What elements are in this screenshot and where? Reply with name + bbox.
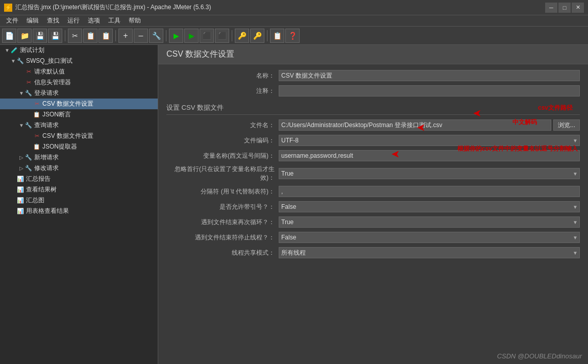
allowquote-select[interactable]: False True xyxy=(279,201,580,212)
toolbar-stop[interactable]: ⬛ xyxy=(200,29,214,43)
menu-file[interactable]: 文件 xyxy=(2,15,22,26)
toolbar-new[interactable]: 📄 xyxy=(2,29,16,43)
toolbar-save-all[interactable]: 💾 xyxy=(48,29,62,43)
tree-label-add-request: 新增请求 xyxy=(34,153,59,162)
varnames-row: 变量名称(西文逗号间隔)： xyxy=(166,150,580,162)
encoding-select[interactable]: UTF-8 UTF-16 ISO-8859-1 GBK xyxy=(279,135,580,146)
toolbar-paste[interactable]: 📋 xyxy=(99,29,113,43)
menu-search[interactable]: 查找 xyxy=(43,15,63,26)
toolbar-add[interactable]: + xyxy=(118,29,133,43)
toolbar-run[interactable]: ▶ xyxy=(169,29,183,43)
comment-label: 注释： xyxy=(166,87,279,95)
toolbar-key1[interactable]: 🔑 xyxy=(235,29,249,43)
toolbar-copy[interactable]: 📋 xyxy=(83,29,97,43)
close-button[interactable]: ✕ xyxy=(572,3,584,13)
encoding-select-wrapper: UTF-8 UTF-16 ISO-8859-1 GBK ▼ xyxy=(279,135,580,146)
skipfirst-select-wrapper: True False ▼ xyxy=(279,168,580,179)
swsq-icon: 🔧 xyxy=(16,58,24,65)
toggle-swsq[interactable]: ▼ xyxy=(10,58,16,64)
toolbar-stop-now[interactable]: ⬛ xyxy=(215,29,229,43)
toolbar-sep3 xyxy=(166,30,166,41)
toolbar-settings[interactable]: 🔧 xyxy=(149,29,163,43)
toolbar-key2[interactable]: 🔑 xyxy=(250,29,264,43)
toolbar-help[interactable]: ❓ xyxy=(285,29,300,43)
toolbar-save[interactable]: 💾 xyxy=(33,29,47,43)
sharemode-select[interactable]: 所有线程 当前线程组 当前线程 xyxy=(279,247,580,258)
tree-item-json-extractor[interactable]: 📋 JSON提取器 xyxy=(0,141,158,152)
tree-label-query: 查询请求 xyxy=(34,121,59,130)
name-input[interactable] xyxy=(279,70,580,81)
tree-label-csv: CSV 数据文件设置 xyxy=(42,100,93,108)
tree-label-edit-request: 修改请求 xyxy=(34,164,59,173)
tree-label-json-assert: JSON断言 xyxy=(42,110,71,119)
sidebar: ▼ 🧪 测试计划 ▼ 🔧 SWSQ_接口测试 ✂ 请求默认值 ✂ 信息头管理器 … xyxy=(0,45,158,364)
view-result-icon: 📊 xyxy=(16,186,24,193)
tree-item-view-result[interactable]: 📊 查看结果树 xyxy=(0,184,158,195)
skipfirst-select[interactable]: True False xyxy=(279,168,580,179)
csv2-icon: ✂ xyxy=(33,133,41,140)
toggle-query[interactable]: ▼ xyxy=(18,123,24,128)
toolbar-sep2 xyxy=(115,30,116,41)
maximize-button[interactable]: □ xyxy=(558,3,571,13)
tree-item-summary[interactable]: 📊 汇总报告 xyxy=(0,174,158,184)
query-icon: 🔧 xyxy=(24,122,33,129)
stopthread-select[interactable]: False True xyxy=(279,232,580,243)
tree-item-add-request[interactable]: ▷ 🔧 新增请求 xyxy=(0,152,158,163)
tree-item-json-assert[interactable]: 📋 JSON断言 xyxy=(0,109,158,120)
toolbar-remove[interactable]: – xyxy=(134,29,148,43)
tree-item-table-result[interactable]: 📊 用表格查看结果 xyxy=(0,206,158,216)
menu-options[interactable]: 选项 xyxy=(84,15,104,26)
tree-item-test-plan[interactable]: ▼ 🧪 测试计划 xyxy=(0,45,158,56)
delimiter-input[interactable] xyxy=(279,186,580,197)
add-request-icon: 🔧 xyxy=(24,154,33,161)
recycle-select[interactable]: True False xyxy=(279,216,580,228)
allowquote-label: 是否允许带引号？： xyxy=(166,203,279,211)
tree-item-header[interactable]: ✂ 信息头管理器 xyxy=(0,77,158,88)
varnames-input[interactable] xyxy=(279,150,580,161)
tree-item-chart[interactable]: 📊 汇总图 xyxy=(0,195,158,206)
toolbar-sep1 xyxy=(65,30,65,41)
panel-header: CSV 数据文件设置 xyxy=(158,45,588,64)
tree-item-csv[interactable]: ✂ CSV 数据文件设置 xyxy=(0,99,158,109)
toggle-add-request[interactable]: ▷ xyxy=(18,155,24,160)
table-result-icon: 📊 xyxy=(16,208,24,215)
filename-row: 文件名： 浏览... xyxy=(166,119,580,131)
toolbar-list[interactable]: 📋 xyxy=(270,29,284,43)
toggle-edit-request[interactable]: ▷ xyxy=(18,165,24,171)
menu-edit[interactable]: 编辑 xyxy=(22,15,43,26)
tree-item-swsq[interactable]: ▼ 🔧 SWSQ_接口测试 xyxy=(0,56,158,66)
section-header: 设置 CSV 数据文件 xyxy=(166,100,580,115)
menu-run[interactable]: 运行 xyxy=(63,15,84,26)
filename-input[interactable] xyxy=(279,119,551,131)
title-bar: ⚡ 汇总报告.jmx (D:\jmeter\测试报告\汇总报告.jmx) - A… xyxy=(0,0,588,15)
stopthread-row: 遇到文件结束符停止线程？： False True ▼ xyxy=(166,231,580,244)
tree-item-default[interactable]: ✂ 请求默认值 xyxy=(0,66,158,77)
browse-button[interactable]: 浏览... xyxy=(553,119,580,131)
minimize-button[interactable]: ─ xyxy=(545,3,557,13)
toggle-login[interactable]: ▼ xyxy=(18,90,24,96)
toggle-test-plan[interactable]: ▼ xyxy=(4,47,10,53)
varnames-label: 变量名称(西文逗号间隔)： xyxy=(166,152,279,160)
toolbar-run-all[interactable]: ▶ xyxy=(184,29,199,43)
toggle-json-extractor xyxy=(27,144,33,150)
tree-label-view-result: 查看结果树 xyxy=(26,185,57,194)
skipfirst-row: 忽略首行(只在设置了变量名称后才生效)： True False ▼ xyxy=(166,165,580,182)
tree-label-json-extractor: JSON提取器 xyxy=(42,142,77,151)
comment-input[interactable] xyxy=(279,85,580,96)
toggle-summary xyxy=(10,176,16,182)
recycle-row: 遇到文件结束再次循环？： True False ▼ xyxy=(166,216,580,228)
toggle-csv2 xyxy=(27,133,33,139)
tree-item-edit-request[interactable]: ▷ 🔧 修改请求 xyxy=(0,163,158,174)
tree-item-login[interactable]: ▼ 🔧 登录请求 xyxy=(0,88,158,99)
toolbar-open[interactable]: 📁 xyxy=(17,29,32,43)
edit-request-icon: 🔧 xyxy=(24,165,33,172)
menu-tools[interactable]: 工具 xyxy=(104,15,125,26)
tree-item-query[interactable]: ▼ 🔧 查询请求 xyxy=(0,120,158,131)
menu-help[interactable]: 帮助 xyxy=(125,15,145,26)
toolbar-cut[interactable]: ✂ xyxy=(68,29,82,43)
tree-item-csv2[interactable]: ✂ CSV 数据文件设置 xyxy=(0,131,158,141)
filename-label: 文件名： xyxy=(166,121,279,130)
panel-title: CSV 数据文件设置 xyxy=(166,50,234,58)
tree-label-header: 信息头管理器 xyxy=(34,78,71,87)
toggle-chart xyxy=(10,198,16,203)
